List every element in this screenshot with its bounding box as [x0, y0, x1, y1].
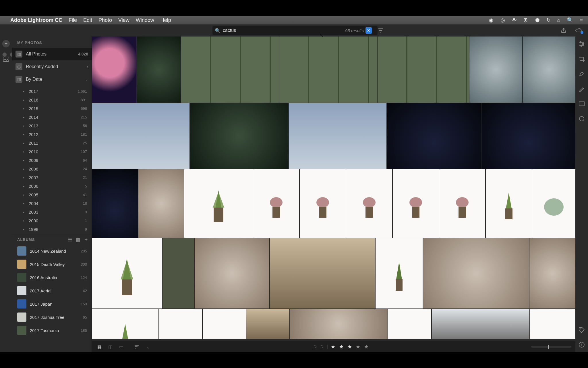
add-album-button[interactable]: ＋	[83, 237, 89, 243]
linear-gradient-icon[interactable]	[578, 100, 586, 108]
year-row[interactable]: ▸200964	[12, 156, 92, 164]
album-row[interactable]: 2016 Australia124	[12, 271, 92, 284]
year-row[interactable]: ▸20001	[12, 216, 92, 225]
view-grid-button[interactable]: ▦	[96, 344, 103, 350]
app-name[interactable]: Adobe Lightroom CC	[10, 17, 62, 23]
thumbnail[interactable]	[376, 238, 423, 308]
thumbnail[interactable]	[387, 103, 481, 169]
thumbnail[interactable]	[529, 238, 575, 308]
thumbnail[interactable]	[163, 238, 194, 308]
album-row[interactable]: 2017 Tasmania185	[12, 324, 92, 337]
thumbnail[interactable]	[203, 309, 246, 339]
menu-file[interactable]: File	[69, 17, 77, 23]
menu-edit[interactable]: Edit	[83, 17, 92, 23]
year-row[interactable]: ▸201356	[12, 121, 92, 130]
thumbnail[interactable]	[432, 309, 529, 339]
radial-gradient-icon[interactable]	[578, 115, 586, 123]
thumbnail[interactable]	[92, 238, 162, 308]
thumbnail[interactable]	[195, 238, 269, 308]
thumbnail[interactable]	[92, 37, 136, 103]
sort-direction-icon[interactable]: ⌄	[145, 344, 152, 350]
year-row[interactable]: ▸200418	[12, 199, 92, 208]
thumbnail[interactable]	[378, 37, 469, 103]
eye-icon[interactable]: 👁	[512, 17, 517, 23]
sort-button[interactable]	[134, 344, 141, 350]
year-row[interactable]: ▸200541	[12, 190, 92, 199]
thumbnail[interactable]	[469, 37, 522, 103]
thumbnail[interactable]	[92, 103, 189, 169]
year-row[interactable]: ▸19989	[12, 225, 92, 233]
thumbnail[interactable]	[92, 309, 158, 339]
album-row[interactable]: 2017 Aerial42	[12, 284, 92, 297]
crop-icon[interactable]	[578, 55, 586, 63]
record-icon[interactable]: ◉	[489, 17, 494, 23]
menu-help[interactable]: Help	[160, 17, 171, 23]
album-row[interactable]: 2015 Death Valley300	[12, 258, 92, 271]
spotlight-icon[interactable]: 🔍	[567, 17, 573, 23]
flag-pick-icon[interactable]: ⚐	[313, 344, 317, 350]
flag-reject-icon[interactable]: ⚐	[320, 344, 324, 350]
filter-icon[interactable]	[378, 28, 384, 33]
thumbnail[interactable]	[246, 309, 289, 339]
brush-icon[interactable]	[578, 85, 586, 93]
thumbnail[interactable]	[290, 309, 388, 339]
thumbnail[interactable]	[439, 169, 485, 238]
albums-view-grid-icon[interactable]: ▦	[75, 237, 81, 243]
thumbnail[interactable]	[388, 309, 431, 339]
year-row[interactable]: ▸2014215	[12, 113, 92, 121]
thumbnail[interactable]	[190, 103, 288, 169]
thumbnail[interactable]	[279, 37, 377, 103]
healing-brush-icon[interactable]	[578, 70, 586, 78]
menu-window[interactable]: Window	[136, 17, 154, 23]
thumbnail[interactable]	[270, 238, 375, 308]
edit-sliders-icon[interactable]	[578, 40, 586, 48]
albums-view-list-icon[interactable]: ☰	[67, 237, 73, 243]
thumbnail[interactable]	[253, 169, 299, 238]
year-row[interactable]: ▸20065	[12, 182, 92, 190]
share-icon[interactable]	[560, 27, 567, 34]
thumbnail[interactable]	[181, 37, 279, 103]
hamburger-icon[interactable]: ≡	[580, 17, 583, 23]
album-row[interactable]: 2017 Joshua Tree65	[12, 310, 92, 324]
year-row[interactable]: ▸2016891	[12, 95, 92, 104]
year-row[interactable]: ▸2015698	[12, 104, 92, 113]
info-icon[interactable]: i	[578, 341, 586, 349]
clear-search-button[interactable]: ✕	[365, 27, 372, 34]
thumbnail[interactable]	[289, 103, 386, 169]
thumbnail[interactable]	[346, 169, 392, 238]
menu-view[interactable]: View	[118, 17, 129, 23]
thumbnail[interactable]	[300, 169, 346, 238]
thumbnail[interactable]	[486, 169, 532, 238]
year-row[interactable]: ▸200721	[12, 173, 92, 182]
close-button[interactable]	[2, 52, 7, 57]
year-row[interactable]: ▸2012181	[12, 130, 92, 139]
album-row[interactable]: 2017 Japan153	[12, 297, 92, 310]
year-row[interactable]: ▸200824	[12, 164, 92, 173]
cc-icon[interactable]: ◎	[500, 17, 505, 23]
thumbnail[interactable]	[138, 169, 184, 238]
menu-photo[interactable]: Photo	[98, 17, 112, 23]
sidebar-item-by-date[interactable]: ▥ By Date ⌄	[12, 73, 92, 86]
sidebar-item-recently-added[interactable]: ◷ Recently Added ‹	[12, 60, 92, 73]
year-row[interactable]: ▸20033	[12, 208, 92, 216]
thumbnail[interactable]	[184, 169, 253, 238]
sync-icon[interactable]: ↻	[546, 17, 551, 23]
thumbnail-size-slider[interactable]	[531, 346, 571, 348]
add-photos-button[interactable]: +	[2, 40, 10, 47]
thumbnail[interactable]	[92, 169, 138, 238]
shield-icon[interactable]: ⛨	[523, 17, 529, 23]
thumbnail[interactable]	[523, 37, 576, 103]
sidebar-item-all-photos[interactable]: ▦ All Photos 4,020	[12, 48, 92, 60]
dropbox-icon[interactable]: ⬢	[535, 17, 540, 23]
thumbnail[interactable]	[423, 238, 529, 308]
rating-stars[interactable]: ★ ★ ★ ★ ★	[331, 344, 370, 350]
home-icon[interactable]: ⌂	[557, 17, 560, 23]
year-row[interactable]: ▸2010107	[12, 147, 92, 156]
thumbnail[interactable]	[532, 169, 575, 238]
thumbnail[interactable]	[530, 309, 575, 339]
album-row[interactable]: 2014 New Zealand205	[12, 244, 92, 258]
year-row[interactable]: ▸20171,661	[12, 87, 92, 95]
year-row[interactable]: ▸201125	[12, 139, 92, 147]
view-square-button[interactable]: ◫	[107, 344, 114, 350]
cloud-sync-icon[interactable]	[575, 28, 583, 33]
